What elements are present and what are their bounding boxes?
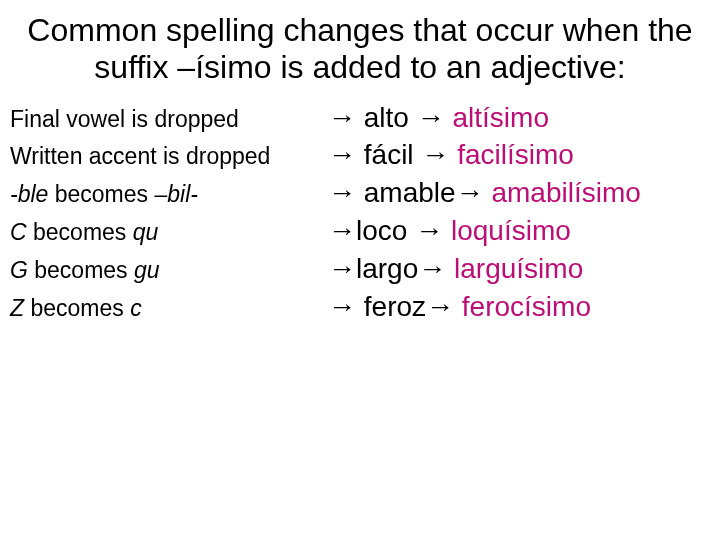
arrow-icon: →	[415, 215, 443, 246]
rule-text: Written accent is dropped	[10, 138, 328, 175]
arrow-icon: →	[417, 102, 445, 133]
rule-row: C becomes qu→loco → loquísimo	[10, 213, 710, 251]
rule-text: C becomes qu	[10, 214, 328, 251]
rule-text: -ble becomes –bil-	[10, 176, 328, 213]
rule-text: G becomes gu	[10, 252, 328, 289]
rules-list: Final vowel is dropped→ alto → altísimoW…	[10, 100, 710, 327]
rule-row: Final vowel is dropped→ alto → altísimo	[10, 100, 710, 138]
page-title: Common spelling changes that occur when …	[10, 12, 710, 86]
example-text: → fácil → facilísimo	[328, 137, 574, 174]
example-text: → feroz→ ferocísimo	[328, 289, 591, 326]
example-text: →loco → loquísimo	[328, 213, 571, 250]
rule-row: Z becomes c→ feroz→ ferocísimo	[10, 289, 710, 327]
result-word: altísimo	[453, 102, 549, 133]
base-word: alto	[364, 102, 409, 133]
arrow-icon: →	[328, 139, 356, 170]
arrow-icon: →	[328, 215, 356, 246]
arrow-icon: →	[418, 253, 446, 284]
arrow-icon: →	[456, 177, 484, 208]
result-word: amabilísimo	[491, 177, 640, 208]
rule-row: G becomes gu→largo→ larguísimo	[10, 251, 710, 289]
result-word: facilísimo	[457, 139, 574, 170]
arrow-icon: →	[426, 291, 454, 322]
base-word: fácil	[364, 139, 414, 170]
base-word: feroz	[364, 291, 426, 322]
rule-text: Final vowel is dropped	[10, 101, 328, 138]
result-word: larguísimo	[454, 253, 583, 284]
example-text: → alto → altísimo	[328, 100, 549, 137]
example-text: →largo→ larguísimo	[328, 251, 583, 288]
result-word: loquísimo	[451, 215, 571, 246]
base-word: amable	[364, 177, 456, 208]
rule-text: Z becomes c	[10, 290, 328, 327]
result-word: ferocísimo	[462, 291, 591, 322]
arrow-icon: →	[328, 102, 356, 133]
base-word: loco	[356, 215, 407, 246]
base-word: largo	[356, 253, 418, 284]
arrow-icon: →	[328, 253, 356, 284]
example-text: → amable→ amabilísimo	[328, 175, 641, 212]
arrow-icon: →	[328, 291, 356, 322]
arrow-icon: →	[328, 177, 356, 208]
rule-row: -ble becomes –bil-→ amable→ amabilísimo	[10, 175, 710, 213]
rule-row: Written accent is dropped→ fácil → facil…	[10, 137, 710, 175]
arrow-icon: →	[421, 139, 449, 170]
